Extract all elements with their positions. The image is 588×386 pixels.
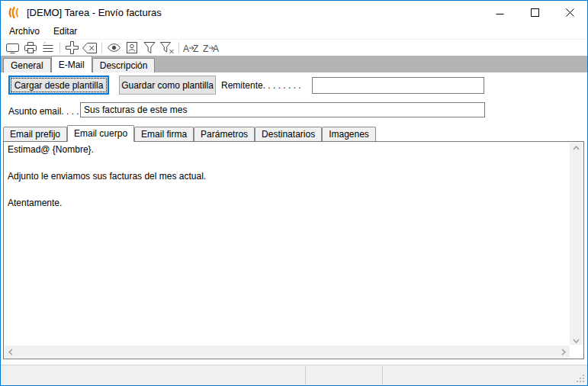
tab-email[interactable]: E-Mail: [51, 56, 92, 72]
main-tabband: General E-Mail Descripción: [1, 56, 587, 72]
email-body-editor[interactable]: Estimad@ {Nombre}. Adjunto le enviamos s…: [3, 141, 584, 359]
subject-input[interactable]: [80, 102, 485, 117]
add-icon[interactable]: [63, 40, 81, 56]
maximize-button[interactable]: [517, 1, 552, 24]
preview-icon[interactable]: [105, 40, 123, 56]
tab-imagenes[interactable]: Imagenes: [322, 127, 376, 141]
sort-za-icon[interactable]: Z A: [202, 40, 222, 56]
print-icon[interactable]: [21, 40, 39, 56]
scroll-left-icon[interactable]: [8, 349, 13, 355]
status-section-3: [383, 365, 572, 385]
tab-email-cuerpo[interactable]: Email cuerpo: [67, 125, 134, 142]
tab-general[interactable]: General: [3, 58, 51, 72]
menu-editar[interactable]: Editar: [47, 24, 84, 38]
svg-text:Z: Z: [203, 43, 208, 53]
minimize-icon: [496, 8, 504, 17]
tab-destinatarios[interactable]: Destinatarios: [255, 127, 322, 141]
filter-icon[interactable]: [140, 40, 158, 56]
toolbar-separator: [101, 42, 102, 53]
tab-email-prefijo[interactable]: Email prefijo: [3, 127, 67, 141]
maximize-icon: [531, 8, 539, 17]
email-panel: Cargar desde plantilla Guardar como plan…: [1, 72, 587, 365]
tab-email-firma-label: Email firma: [141, 129, 187, 140]
scroll-right-icon[interactable]: [561, 349, 566, 355]
contact-icon[interactable]: [123, 40, 140, 56]
tab-email-firma[interactable]: Email firma: [134, 127, 194, 141]
close-icon: [566, 8, 574, 17]
status-section-1: [1, 365, 305, 385]
sender-input[interactable]: [312, 77, 484, 94]
email-body-text[interactable]: Estimad@ {Nombre}. Adjunto le enviamos s…: [4, 142, 570, 345]
tab-email-cuerpo-label: Email cuerpo: [74, 128, 127, 139]
sort-az-icon[interactable]: A Z: [182, 40, 202, 56]
tab-email-label: E-Mail: [59, 60, 85, 70]
close-button[interactable]: [552, 1, 587, 24]
window-icon[interactable]: [4, 40, 21, 56]
toolbar: A Z Z A: [1, 39, 587, 56]
statusbar: [1, 365, 587, 385]
list-icon[interactable]: [39, 40, 56, 56]
tab-destinatarios-label: Destinatarios: [262, 129, 315, 140]
scroll-down-icon[interactable]: [573, 339, 580, 343]
resize-grip[interactable]: [577, 375, 584, 382]
menubar: Archivo Editar: [1, 24, 587, 39]
delete-icon[interactable]: [81, 40, 98, 56]
titlebar: [DEMO] Tarea - Envío facturas: [1, 1, 587, 24]
window-title: [DEMO] Tarea - Envío facturas: [27, 7, 162, 18]
filter-clear-icon[interactable]: [158, 40, 175, 56]
toolbar-separator: [59, 42, 60, 53]
save-template-button[interactable]: Guardar como plantilla: [119, 76, 216, 95]
app-logo-icon: [8, 6, 21, 19]
email-subtabs: Email prefijo Email cuerpo Email firma P…: [3, 124, 376, 141]
tab-general-label: General: [11, 60, 43, 71]
tab-descripcion-label: Descripción: [100, 60, 148, 71]
tab-email-prefijo-label: Email prefijo: [10, 129, 60, 140]
minimize-button[interactable]: [482, 1, 517, 24]
horizontal-scrollbar[interactable]: [5, 346, 570, 358]
toolbar-separator: [178, 42, 179, 53]
tab-imagenes-label: Imagenes: [329, 129, 369, 140]
load-template-button[interactable]: Cargar desde plantilla: [8, 76, 109, 95]
app-window: [DEMO] Tarea - Envío facturas Archivo Ed…: [0, 0, 588, 386]
vertical-scrollbar[interactable]: [570, 143, 583, 345]
tab-parametros-label: Parámetros: [201, 129, 248, 140]
tab-parametros[interactable]: Parámetros: [194, 127, 255, 141]
menu-archivo[interactable]: Archivo: [2, 24, 47, 38]
status-section-2: [306, 365, 382, 385]
tab-descripcion[interactable]: Descripción: [92, 58, 156, 72]
svg-text:A: A: [183, 43, 189, 53]
sender-label: Remitente. . . . . . . .: [221, 80, 301, 91]
scroll-up-icon[interactable]: [573, 146, 580, 150]
